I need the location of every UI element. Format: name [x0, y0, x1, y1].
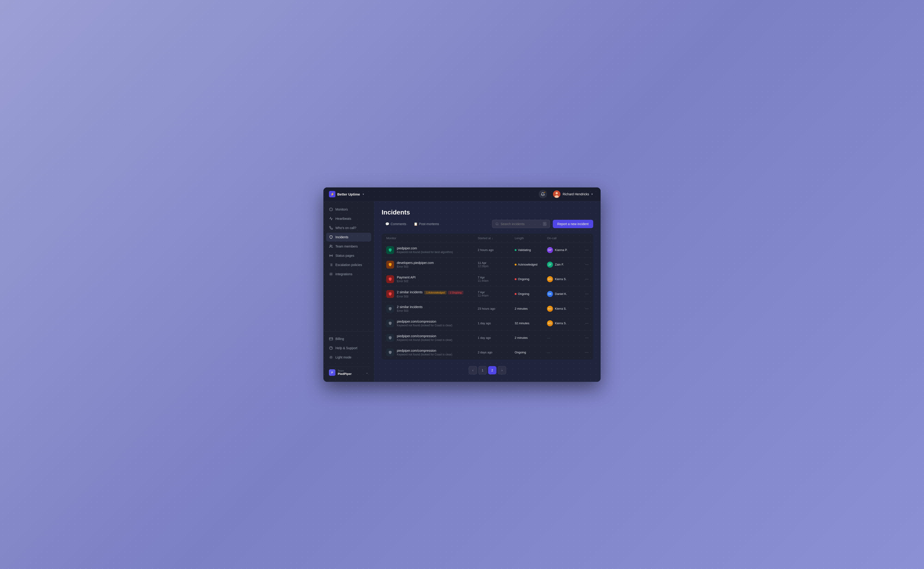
comments-icon: 💬	[385, 222, 389, 226]
oncall-cell-7: —	[547, 336, 580, 340]
brand-dropdown-icon[interactable]: ▾	[363, 193, 364, 196]
sidebar-item-incidents[interactable]: Incidents	[326, 233, 371, 242]
nav-label-escalation-policies: Escalation policies	[335, 263, 362, 267]
table-row[interactable]: developers.piedpiper.comError 50311 Apr1…	[382, 257, 593, 272]
table-body: piedpiper.comKeyword not found (looked f…	[382, 243, 593, 360]
sidebar-item-whos-on-call[interactable]: Who's on call?	[326, 224, 371, 232]
user-name: Richard Hendricks	[563, 192, 589, 196]
svg-point-28	[496, 222, 498, 225]
monitor-sub-5: Error 503	[397, 309, 422, 312]
table-row[interactable]: Payment APIError 5027 Apr11:44amOngoingK…	[382, 272, 593, 287]
table-row[interactable]: 2 similar incidents1 Acknowledged1 Ongoi…	[382, 287, 593, 301]
monitor-cell-5: 2 similar incidentsError 503	[386, 305, 478, 313]
tabs-row: 💬 Comments 📋 Post-mortems	[382, 220, 593, 228]
sidebar-item-status-pages[interactable]: Status pages	[326, 251, 371, 260]
oncall-name-5: Kierra S.	[555, 307, 567, 310]
nav-label-incidents: Incidents	[335, 235, 348, 239]
monitor-icon-1	[386, 246, 394, 254]
svg-point-14	[331, 274, 331, 275]
table-row[interactable]: piedpiper.com/compressionKeyword not fou…	[382, 331, 593, 345]
sidebar-item-monitors[interactable]: Monitors	[326, 205, 371, 214]
monitor-name-row-5: 2 similar incidents	[397, 305, 422, 309]
monitor-sub-7: Keyword not found (looked for Coast is c…	[397, 338, 452, 342]
table-row[interactable]: 2 similar incidentsError 50323 hours ago…	[382, 301, 593, 316]
search-input[interactable]	[501, 222, 541, 226]
col-started[interactable]: Started at ↓	[478, 236, 515, 240]
table-row[interactable]: piedpiper.com/compressionKeyword not fou…	[382, 316, 593, 331]
pagination-prev[interactable]: ‹	[469, 366, 477, 374]
row-more-button-6[interactable]: ···	[580, 321, 589, 326]
sidebar-item-integrations[interactable]: Integrations	[326, 270, 371, 278]
oncall-name-4: Daniel K.	[555, 292, 567, 295]
sidebar-bottom-light-mode[interactable]: Light mode	[326, 353, 371, 362]
row-more-button-2[interactable]: ···	[580, 262, 589, 267]
pagination-next[interactable]: ›	[498, 366, 506, 374]
monitor-name-1: piedpiper.com	[397, 246, 453, 250]
status-cell-6: 32 minutes	[515, 321, 547, 325]
monitor-info-6: piedpiper.com/compressionKeyword not fou…	[397, 319, 452, 327]
oncall-name-3: Kierra S.	[555, 277, 567, 281]
monitor-icon-4	[386, 290, 394, 298]
bottom-icon-help-support	[329, 346, 333, 350]
monitor-icon-5	[386, 305, 394, 313]
row-more-button-5[interactable]: ···	[580, 306, 589, 311]
status-dot-4	[515, 293, 516, 295]
col-actions	[580, 236, 589, 240]
notification-button[interactable]	[539, 190, 547, 198]
status-text-3: Ongoing	[518, 277, 529, 281]
nav-label-heartbeats: Heartbeats	[335, 217, 351, 221]
oncall-dash-7: —	[547, 336, 550, 340]
table-row[interactable]: piedpiper.com/compressionKeyword not fou…	[382, 345, 593, 360]
status-cell-8: Ongoing	[515, 351, 547, 354]
sidebar-item-escalation-policies[interactable]: Escalation policies	[326, 260, 371, 269]
row-more-button-3[interactable]: ···	[580, 277, 589, 281]
monitor-sub-6: Keyword not found (looked for Coast is c…	[397, 324, 452, 327]
nav-icon-escalation-policies	[329, 263, 333, 267]
nav-label-monitors: Monitors	[335, 207, 348, 211]
table-row[interactable]: piedpiper.comKeyword not found (looked f…	[382, 243, 593, 257]
tab-post-mortems-label: Post-mortems	[419, 222, 439, 226]
pagination-page-1[interactable]: 1	[478, 366, 487, 374]
pagination-page-2[interactable]: 2	[488, 366, 496, 374]
row-more-button-1[interactable]: ···	[580, 248, 589, 253]
status-dot-3	[515, 278, 516, 280]
oncall-avatar-6: KS	[547, 320, 553, 326]
tab-post-mortems[interactable]: 📋 Post-mortems	[410, 220, 443, 228]
tab-actions: / Report a new incident	[492, 220, 593, 228]
search-box[interactable]: /	[492, 220, 550, 228]
started-cell-7: 1 day ago	[478, 336, 515, 339]
monitor-info-5: 2 similar incidentsError 503	[397, 305, 422, 312]
status-text-6: 32 minutes	[515, 321, 530, 325]
monitor-info-4: 2 similar incidents1 Acknowledged1 Ongoi…	[397, 290, 463, 298]
monitor-name-row-4: 2 similar incidents1 Acknowledged1 Ongoi…	[397, 290, 463, 294]
header-right: Richard Hendricks ▾	[539, 189, 595, 199]
badge-ongoing: 1 Ongoing	[448, 291, 463, 294]
logo-symbol: ⚡	[330, 192, 334, 196]
row-more-button-4[interactable]: ···	[580, 291, 589, 296]
sidebar-item-team-members[interactable]: Team members	[326, 242, 371, 251]
report-incident-button[interactable]: Report a new incident	[553, 220, 593, 228]
nav-label-team-members: Team members	[335, 245, 358, 248]
team-section[interactable]: P Team PiedPiper ⌄	[326, 367, 371, 378]
oncall-name-6: Kierra S.	[555, 321, 567, 325]
tab-comments-label: Comments	[391, 222, 406, 226]
monitor-cell-1: piedpiper.comKeyword not found (looked f…	[386, 246, 478, 254]
monitor-name-2: developers.piedpiper.com	[397, 261, 434, 265]
team-info: P Team PiedPiper	[329, 369, 352, 376]
team-expand-icon[interactable]: ⌄	[366, 370, 369, 375]
monitor-cell-6: piedpiper.com/compressionKeyword not fou…	[386, 319, 478, 327]
sidebar-bottom-help-support[interactable]: Help & Support	[326, 344, 371, 353]
started-cell-5: 23 hours ago	[478, 307, 515, 310]
monitor-info-2: developers.piedpiper.comError 503	[397, 261, 434, 268]
monitor-sub-1: Keyword not found (looked for best algor…	[397, 251, 453, 254]
user-profile[interactable]: Richard Hendricks ▾	[551, 189, 595, 199]
monitor-cell-7: piedpiper.com/compressionKeyword not fou…	[386, 334, 478, 342]
sidebar-item-heartbeats[interactable]: Heartbeats	[326, 214, 371, 223]
row-more-button-7[interactable]: ···	[580, 335, 589, 340]
sidebar-bottom-billing[interactable]: Billing	[326, 335, 371, 343]
row-more-button-8[interactable]: ···	[580, 350, 589, 355]
monitor-name-5: 2 similar incidents	[397, 305, 422, 309]
tab-comments[interactable]: 💬 Comments	[382, 220, 410, 228]
team-text: Team PiedPiper	[338, 369, 352, 376]
oncall-cell-8: —	[547, 351, 580, 354]
